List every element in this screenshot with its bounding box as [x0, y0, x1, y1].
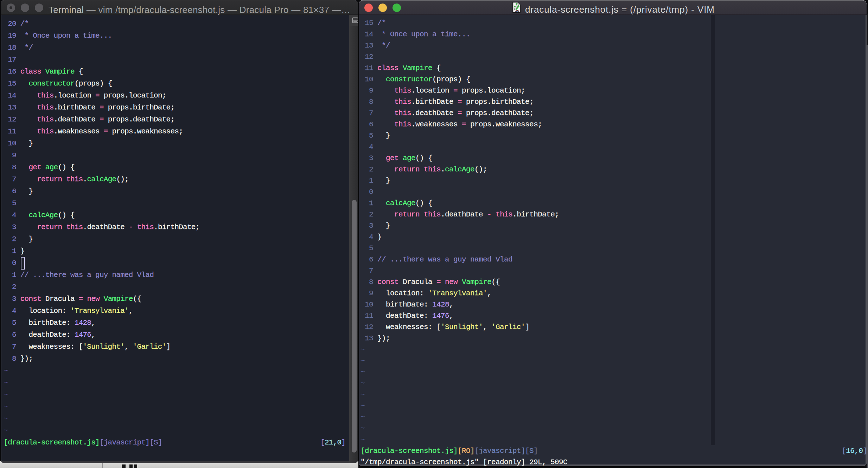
svg-text:JS: JS — [515, 9, 519, 13]
